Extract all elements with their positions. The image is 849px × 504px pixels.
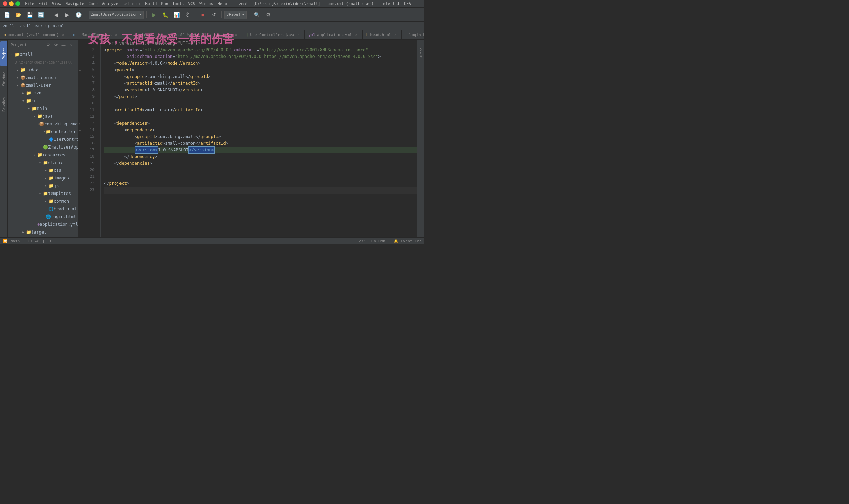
breadcrumb-zmall-user[interactable]: zmall-user	[20, 24, 43, 28]
code-line-18: </dependency>	[104, 153, 417, 160]
favorites-tab-button[interactable]: Favorites	[0, 92, 7, 117]
project-dropdown-label: ZmallUserApplication	[91, 12, 137, 17]
line-num-15: 15	[83, 133, 97, 140]
menu-edit[interactable]: Edit	[39, 1, 48, 6]
tree-com-zking-zmall[interactable]: ▾ 📦 com.zking.zmall	[8, 120, 78, 128]
recent-button[interactable]: 🕐	[73, 10, 83, 20]
tab-pom-common[interactable]: m pom.xml (zmall-common) ×	[0, 30, 69, 39]
structure-tab-button[interactable]: Structure	[0, 67, 7, 91]
tab-close-magic-zoom[interactable]: ×	[114, 32, 118, 37]
tab-style-css[interactable]: css style.css ×	[122, 30, 166, 39]
sidebar-collapse-button[interactable]: —	[60, 41, 67, 48]
forward-button[interactable]: ▶	[62, 10, 72, 20]
menu-code[interactable]: Code	[88, 1, 98, 6]
tab-close-style-css[interactable]: ×	[157, 32, 162, 37]
tree-head-html[interactable]: 🌐 head.html	[8, 205, 78, 213]
tree-resources[interactable]: ▾ 📁 resources	[8, 151, 78, 159]
menu-tools[interactable]: Tools	[172, 1, 184, 6]
profile-button[interactable]: ⏱	[183, 10, 193, 20]
gutter-12	[78, 113, 83, 120]
menu-run[interactable]: Run	[161, 1, 168, 6]
minimize-button[interactable]	[9, 1, 14, 6]
rerun-button[interactable]: ↺	[209, 10, 219, 20]
tree-target[interactable]: ▶ 📁 target	[8, 228, 78, 236]
tree-application-yml[interactable]: ⚙ application.yml	[8, 221, 78, 228]
project-dropdown[interactable]: ZmallUserApplication ▾	[89, 11, 144, 19]
tree-user-controller[interactable]: 🔷 UserController	[8, 136, 78, 143]
menu-window[interactable]: Window	[199, 1, 213, 6]
tab-head-html[interactable]: h head.html ×	[363, 30, 402, 39]
menu-navigate[interactable]: Navigate	[66, 1, 84, 6]
project-tab-button[interactable]: Project	[0, 41, 7, 66]
run-button[interactable]: ▶	[149, 10, 159, 20]
tab-close-zmall-user-app[interactable]: ×	[234, 32, 239, 37]
new-file-button[interactable]: 📄	[2, 10, 12, 20]
tree-templates[interactable]: ▾ 📁 templates	[8, 190, 78, 197]
folder-icon: 📁	[43, 160, 48, 165]
sidebar-scroll-button[interactable]: ⟳	[52, 41, 59, 48]
tab-label-zmall-user-app: ZmallUserApplication.java	[174, 33, 232, 37]
tree-common[interactable]: ▾ 📁 common	[8, 197, 78, 205]
event-log[interactable]: 🔔 Event Log	[394, 239, 422, 243]
tree-gitignore[interactable]: 📄 .gitignore	[8, 236, 78, 237]
gutter-13: ►	[78, 120, 83, 127]
arrow-icon: ▾	[32, 153, 37, 157]
tree-zmall-user[interactable]: ▾ 📦 zmall-user	[8, 81, 78, 89]
tab-close-pom-common[interactable]: ×	[60, 32, 65, 37]
tab-magic-zoom[interactable]: css MagicZoom.css ×	[69, 30, 122, 39]
tree-js[interactable]: ▶ 📁 js	[8, 182, 78, 190]
tab-login-html[interactable]: h login.html ×	[402, 30, 424, 39]
menu-view[interactable]: View	[52, 1, 61, 6]
sidebar-gear-button[interactable]: ⚙	[45, 41, 52, 48]
line-num-8: 8	[83, 87, 97, 93]
tab-zmall-user-app[interactable]: j ZmallUserApplication.java ×	[166, 30, 242, 39]
menu-help[interactable]: Help	[218, 1, 227, 6]
coverage-button[interactable]: 📊	[171, 10, 181, 20]
code-editor[interactable]: <?xml version="1.0" encoding="UTF-8"?> <…	[101, 40, 417, 237]
gutter-19	[78, 160, 83, 167]
maximize-button[interactable]	[15, 1, 20, 6]
tree-zmall-common[interactable]: ▶ 📦 zmall-common	[8, 74, 78, 81]
debug-button[interactable]: 🐛	[160, 10, 170, 20]
stop-button[interactable]: ■	[198, 10, 208, 20]
menu-file[interactable]: File	[25, 1, 34, 6]
tree-idea[interactable]: ▶ 📁 .idea	[8, 66, 78, 74]
tab-close-application-yml[interactable]: ×	[354, 32, 359, 37]
folder-icon: 📁	[32, 106, 37, 111]
tab-icon-zmall-user-app: j	[170, 33, 172, 37]
tab-user-controller[interactable]: j UserController.java ×	[242, 30, 305, 39]
refresh-button[interactable]: 🔄	[36, 10, 46, 20]
tree-css[interactable]: ▶ 📁 css	[8, 166, 78, 174]
close-button[interactable]	[3, 1, 7, 6]
package-icon: 📦	[39, 122, 44, 126]
breadcrumb-pom-xml[interactable]: pom.xml	[48, 24, 64, 28]
jrebel-dropdown[interactable]: JRebel ▾	[224, 11, 247, 19]
menu-refactor[interactable]: Refactor	[122, 1, 141, 6]
menu-build[interactable]: Build	[145, 1, 157, 6]
save-button[interactable]: 💾	[25, 10, 34, 20]
tree-zmall[interactable]: ▾ 📁 zmall	[8, 51, 78, 58]
tree-label-static: static	[48, 160, 63, 165]
tab-close-user-controller[interactable]: ×	[296, 32, 301, 37]
tab-close-head-html[interactable]: ×	[393, 32, 398, 37]
tab-application-yml[interactable]: yml application.yml ×	[305, 30, 362, 39]
tree-static[interactable]: ▾ 📁 static	[8, 159, 78, 166]
tree-zmall-user-app[interactable]: 🟢 ZmallUserApp...	[8, 143, 78, 151]
settings-button[interactable]: ⚙	[263, 10, 273, 20]
tree-controller[interactable]: ▾ 📁 controller	[8, 128, 78, 136]
breadcrumb-zmall[interactable]: zmall	[3, 24, 14, 28]
menu-vcs[interactable]: VCS	[188, 1, 195, 6]
folder-icon: 📁	[37, 152, 43, 157]
sidebar-close-button[interactable]: ×	[68, 41, 75, 48]
jrebel-panel-button[interactable]: JRebel	[417, 41, 424, 63]
tree-mvn[interactable]: ▶ 📁 .mvn	[8, 89, 78, 97]
back-button[interactable]: ◀	[51, 10, 61, 20]
search-button[interactable]: 🔍	[252, 10, 262, 20]
menu-analyze[interactable]: Analyze	[102, 1, 118, 6]
tree-images[interactable]: ▶ 📁 images	[8, 174, 78, 182]
tree-login-html[interactable]: 🌐 login.html	[8, 213, 78, 221]
open-button[interactable]: 📂	[13, 10, 23, 20]
tree-java[interactable]: ▾ 📁 java	[8, 112, 78, 120]
tree-src[interactable]: ▾ 📁 src	[8, 97, 78, 105]
tree-main[interactable]: ▾ 📁 main	[8, 105, 78, 112]
